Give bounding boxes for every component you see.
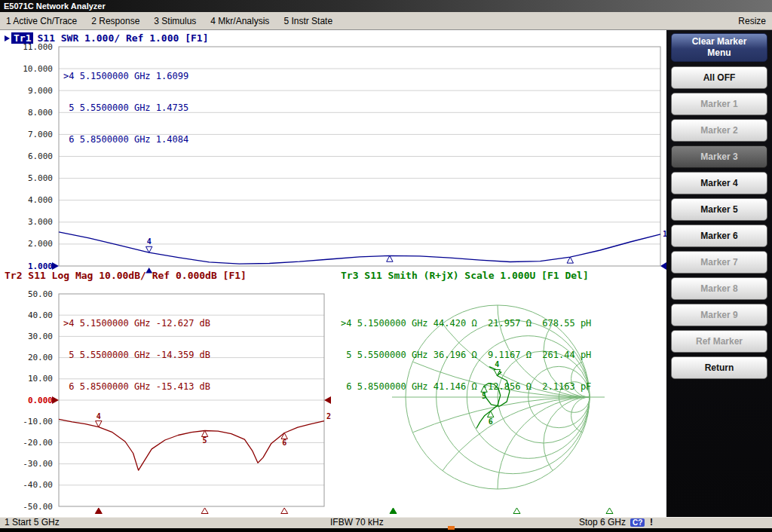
softkey-menu-title-line2: Menu bbox=[707, 47, 731, 59]
tr2-y-tick: -10.00 bbox=[23, 417, 53, 427]
softkey-marker-5[interactable]: Marker 5 bbox=[671, 198, 767, 221]
menu-item-resize[interactable]: Resize bbox=[738, 16, 766, 26]
tr1-readout-line: >4 5.1500000 GHz 1.6099 bbox=[63, 71, 188, 81]
tr2-y-tick: 30.00 bbox=[28, 332, 53, 341]
marker-6-glyph bbox=[281, 433, 287, 439]
marker-5-label: 5 bbox=[203, 436, 207, 445]
marker-6-label: 6 bbox=[489, 417, 493, 426]
tr1-badge: Tr1 bbox=[11, 32, 33, 44]
tr2-readout-line: 6 5.8500000 GHz -15.413 dB bbox=[63, 381, 210, 392]
tr2-y-tick: 10.00 bbox=[28, 374, 53, 384]
softkey-menu-title: Clear Marker Menu bbox=[671, 33, 767, 62]
tr1-ref-arrow-right bbox=[660, 262, 666, 270]
marker-5-glyph bbox=[201, 430, 207, 436]
tr2-ref-arrow-left bbox=[52, 396, 59, 404]
tr2-ref-arrow-right bbox=[324, 396, 331, 404]
tr2-trace-number: 2 bbox=[326, 412, 331, 420]
tr2-y-tick: -50.00 bbox=[23, 502, 53, 512]
softkey-marker-9[interactable]: Marker 9 bbox=[671, 304, 767, 326]
window-title: E5071C Network Analyzer bbox=[4, 2, 106, 11]
active-trace-arrow-icon bbox=[5, 35, 10, 41]
tr2-header: Tr2 S11 Log Mag 10.00dB/ Ref 0.000dB [F1… bbox=[5, 270, 247, 281]
softkey-ref-marker[interactable]: Ref Marker bbox=[671, 330, 767, 353]
tr2-readout-line: 5 5.5500000 GHz -14.359 dB bbox=[63, 350, 210, 360]
status-alert-icon: ! bbox=[650, 518, 653, 527]
tr1-readout-line: 5 5.5500000 GHz 1.4735 bbox=[63, 102, 188, 113]
tr2-y-tick: 40.00 bbox=[28, 310, 53, 320]
marker-stimulus-indicator bbox=[201, 508, 208, 514]
menu-item-response[interactable]: 2 Response bbox=[91, 16, 139, 26]
softkey-marker-3[interactable]: Marker 3 bbox=[671, 145, 767, 168]
tr1-y-tick: 10.000 bbox=[23, 64, 53, 74]
marker-stimulus-indicator bbox=[606, 508, 613, 514]
tr1-ref-arrow-left bbox=[52, 262, 59, 270]
marker-4-label: 4 bbox=[147, 237, 152, 246]
status-start: 1 Start 5 GHz bbox=[5, 518, 60, 527]
softkey-marker-7[interactable]: Marker 7 bbox=[671, 251, 767, 274]
status-stop: Stop 6 GHz bbox=[579, 518, 626, 527]
tr3-header-text: Tr3 S11 Smith (R+jX) Scale 1.000U [F1 De… bbox=[341, 270, 589, 281]
softkey-marker-1[interactable]: Marker 1 bbox=[671, 93, 767, 115]
status-bar: 1 Start 5 GHz IFBW 70 kHz Stop 6 GHz C? … bbox=[0, 517, 772, 528]
tr2-readout-line: >4 5.1500000 GHz -12.627 dB bbox=[63, 318, 210, 329]
menu-bar: 1 Active Ch/Trace 2 Response 3 Stimulus … bbox=[0, 12, 772, 30]
marker-4-label: 4 bbox=[96, 412, 101, 420]
tr2-y-tick: 0.000 bbox=[28, 396, 53, 405]
artifact-mark bbox=[448, 526, 455, 530]
tr1-marker-readout: >4 5.1500000 GHz 1.6099 5 5.5500000 GHz … bbox=[63, 50, 188, 166]
softkey-return[interactable]: Return bbox=[671, 356, 767, 379]
title-bar: E5071C Network Analyzer bbox=[0, 0, 772, 12]
softkey-marker-4[interactable]: Marker 4 bbox=[671, 172, 767, 194]
tr1-y-tick: 3.000 bbox=[28, 217, 53, 227]
marker-5-glyph bbox=[387, 255, 393, 261]
tr2-y-tick: -30.00 bbox=[23, 459, 53, 469]
menu-item-instr-state[interactable]: 5 Instr State bbox=[283, 16, 332, 26]
tr3-marker-readout: >4 5.1500000 GHz 44.420 Ω 21.957 Ω 678.5… bbox=[341, 297, 591, 413]
softkey-sidebar: Clear Marker Menu All OFF Marker 1 Marke… bbox=[666, 30, 772, 517]
tr1-y-tick: 7.000 bbox=[28, 130, 53, 139]
softkey-menu-title-line1: Clear Marker bbox=[692, 36, 747, 47]
status-ifbw: IFBW 70 kHz bbox=[330, 518, 384, 527]
tr2-marker-readout: >4 5.1500000 GHz -12.627 dB 5 5.5500000 … bbox=[63, 297, 210, 413]
display-area: 11.00010.0009.0008.0007.0006.0005.0004.0… bbox=[0, 30, 666, 517]
tr1-y-tick: 4.000 bbox=[28, 195, 53, 205]
softkey-marker-8[interactable]: Marker 8 bbox=[671, 277, 767, 300]
tr2-y-tick: -20.00 bbox=[23, 438, 53, 448]
tr1-header: Tr1 S11 SWR 1.000/ Ref 1.000 [F1] bbox=[5, 32, 208, 44]
tr3-readout-line: >4 5.1500000 GHz 44.420 Ω 21.957 Ω 678.5… bbox=[341, 318, 591, 329]
menu-item-mkr-analysis[interactable]: 4 Mkr/Analysis bbox=[210, 16, 269, 26]
softkey-marker-2[interactable]: Marker 2 bbox=[671, 119, 767, 142]
softkey-marker-6[interactable]: Marker 6 bbox=[671, 225, 767, 247]
marker-stimulus-indicator bbox=[390, 508, 397, 514]
tr2-y-tick: 50.00 bbox=[28, 289, 53, 299]
tr2-y-tick: 20.00 bbox=[28, 353, 53, 362]
menu-item-stimulus[interactable]: 3 Stimulus bbox=[154, 16, 196, 26]
tr3-header: Tr3 S11 Smith (R+jX) Scale 1.000U [F1 De… bbox=[341, 270, 589, 281]
tr1-y-tick: 5.000 bbox=[28, 173, 53, 183]
menu-item-active-ch-trace[interactable]: 1 Active Ch/Trace bbox=[6, 16, 77, 26]
marker-6-label: 6 bbox=[282, 439, 286, 447]
tr1-y-tick: 9.000 bbox=[28, 86, 53, 96]
marker-stimulus-indicator bbox=[281, 508, 288, 514]
tr1-y-tick: 2.000 bbox=[28, 239, 53, 249]
tr1-header-text: S11 SWR 1.000/ Ref 1.000 [F1] bbox=[37, 32, 208, 44]
tr3-readout-line: 6 5.8500000 GHz 41.146 Ω -12.856 Ω 2.116… bbox=[341, 381, 591, 392]
softkey-all-off[interactable]: All OFF bbox=[671, 66, 767, 89]
tr3-readout-line: 5 5.5500000 GHz 36.196 Ω 9.1167 Ω 261.44… bbox=[341, 350, 591, 360]
tr1-readout-line: 6 5.8500000 GHz 1.4084 bbox=[63, 134, 188, 145]
tr1-y-tick: 8.000 bbox=[28, 108, 53, 118]
tr2-y-tick: -40.00 bbox=[23, 480, 53, 490]
marker-6-glyph bbox=[567, 257, 573, 263]
tr1-y-tick: 6.000 bbox=[28, 151, 53, 161]
marker-stimulus-indicator bbox=[513, 508, 520, 514]
tr2-header-text: Tr2 S11 Log Mag 10.00dB/ Ref 0.000dB [F1… bbox=[5, 270, 247, 281]
marker-stimulus-indicator bbox=[95, 508, 102, 514]
status-correction-badge: C? bbox=[630, 518, 645, 527]
